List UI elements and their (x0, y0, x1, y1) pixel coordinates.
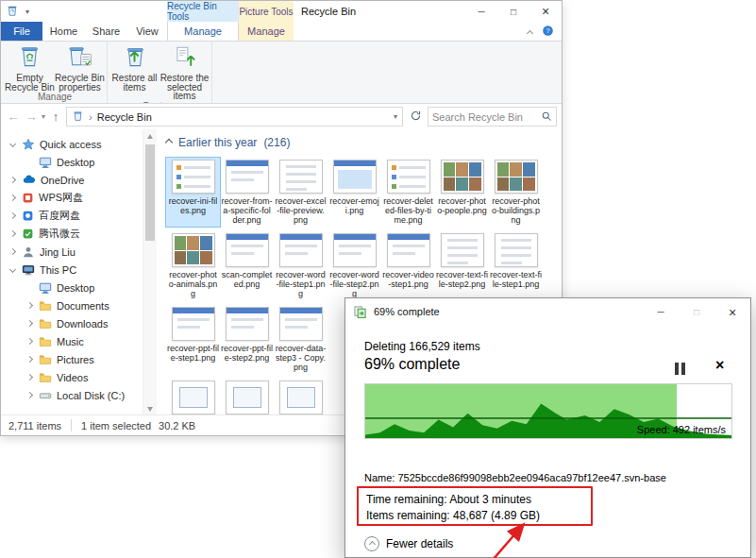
search-box (428, 107, 557, 127)
file-item-recover-text-file-step1-png[interactable]: recover-text-file-step1.png (489, 231, 543, 300)
expander-icon[interactable] (8, 195, 17, 200)
forward-icon[interactable]: → (24, 110, 39, 123)
file-name: scan-completed.png (221, 270, 273, 289)
ribbon-group-manage: Empty Recycle BinRecycle Bin propertiesM… (3, 42, 108, 103)
tab-file[interactable]: File (1, 22, 42, 41)
sidebar-scrollbar[interactable] (143, 129, 157, 416)
ribbon-button-label: Restore the selected items (160, 74, 210, 101)
file-item-recover-photo-buildings-png[interactable]: recover-photo-buildings.png (489, 158, 543, 227)
empty-recycle-bin-button[interactable]: Empty Recycle Bin (5, 42, 55, 92)
expander-icon[interactable] (8, 249, 17, 254)
search-icon[interactable] (541, 109, 552, 126)
minimize-button[interactable]: ─ (465, 1, 497, 22)
tab-home[interactable]: Home (42, 22, 85, 41)
expander-icon[interactable] (25, 303, 34, 308)
breadcrumb-location[interactable]: Recycle Bin (97, 111, 152, 123)
file-item-recover-office-file-step1-png[interactable]: recover-office-file-step1.png (166, 379, 220, 416)
expander-icon[interactable] (25, 321, 34, 326)
expander-icon[interactable] (25, 339, 34, 344)
folder-icon (39, 299, 52, 313)
fewer-details-toggle[interactable]: Fewer details (364, 536, 453, 551)
tab-manage-picture-tools[interactable]: Manage (239, 22, 294, 41)
restore-selected-items-button[interactable]: Restore the selected items (160, 42, 210, 101)
up-icon[interactable]: ↑ (48, 110, 63, 123)
sidebar-item-quick-access[interactable]: Quick access (1, 135, 143, 153)
expander-icon[interactable] (8, 213, 17, 218)
file-item-recover-text-file-step2-png[interactable]: recover-text-file-step2.png (435, 231, 489, 300)
file-item-recover-emoji-png[interactable]: recover-emoji.png (328, 158, 381, 227)
file-item-recover-deleted-files-by-time-png[interactable]: recover-deleted-files-by-time.png (381, 158, 435, 227)
recent-locations-caret-icon[interactable]: ▾ (42, 112, 45, 121)
file-name: recover-ppt-file-step2.png (221, 344, 273, 363)
sidebar-item-label: Music (57, 336, 84, 347)
restore-all-items-button[interactable]: Restore all items (109, 42, 160, 101)
close-button[interactable]: × (529, 1, 562, 22)
sidebar-item-label: 腾讯微云 (39, 227, 80, 241)
sidebar-item-4[interactable]: 百度网盘 (1, 207, 143, 225)
dialog-close-button[interactable]: × (714, 298, 750, 326)
file-item-recover-data-step3-copy-png[interactable]: recover-data-step3 - Copy.png (274, 305, 328, 374)
sidebar-item-pictures[interactable]: Pictures (1, 350, 143, 368)
expander-icon[interactable] (8, 178, 17, 182)
cancel-operation-button[interactable]: × (715, 357, 724, 374)
refresh-icon[interactable] (406, 109, 425, 126)
chevron-up-circle-icon (364, 536, 379, 551)
group-collapse-icon[interactable] (165, 139, 173, 146)
scrollbar-thumb[interactable] (145, 144, 155, 241)
sidebar-item-documents[interactable]: Documents (1, 296, 143, 314)
file-item-recover-ppt-file-step2-png[interactable]: recover-ppt-file-step2.png (220, 305, 274, 374)
help-icon[interactable]: ? (542, 25, 554, 39)
expander-icon[interactable] (25, 393, 34, 397)
group-count: (216) (263, 136, 290, 149)
sidebar-item-music[interactable]: Music (1, 332, 143, 350)
file-item-recover-external-device-step2-png[interactable]: recover-external-device-step2.png (274, 379, 328, 416)
file-item-recover-video-step1-png[interactable]: recover-video-step1.png (381, 231, 435, 300)
contextual-header-picture-tools: Picture Tools (239, 1, 294, 22)
sidebar-item-desktop[interactable]: Desktop (1, 279, 143, 296)
file-item-scan-completed-png[interactable]: scan-completed.png (220, 231, 274, 300)
expander-icon[interactable] (8, 142, 17, 146)
file-item-recover-from-a-specific-folder-png[interactable]: recover-from-a-specific-folder.png (220, 158, 274, 227)
file-item-recover-ppt-file-step1-png[interactable]: recover-ppt-file-step1.png (166, 305, 220, 374)
tab-view[interactable]: View (127, 22, 167, 41)
file-item-recover-photo-animals-png[interactable]: recover-photo-animals.png (166, 231, 220, 300)
dialog-minimize-button[interactable]: ─ (643, 298, 679, 326)
file-item-recover-ini-files-png[interactable]: recover-ini-files.png (166, 158, 220, 227)
expander-icon[interactable] (8, 231, 17, 236)
breadcrumb-chevron-icon[interactable]: › (89, 111, 92, 123)
expander-icon[interactable] (25, 375, 34, 380)
sidebar-item-desktop[interactable]: Desktop (1, 153, 143, 171)
dialog-title: 69% complete (374, 306, 440, 317)
tab-share[interactable]: Share (85, 22, 127, 41)
maximize-button[interactable]: □ (497, 1, 529, 22)
scroll-up-icon[interactable] (147, 134, 153, 139)
sidebar-item-this-pc[interactable]: This PC (1, 261, 143, 279)
search-input[interactable] (432, 111, 541, 123)
file-item-recover-word-file-step2-png[interactable]: recover-word-file-step2.png (328, 231, 381, 300)
breadcrumb[interactable]: › Recycle Bin ▾ (66, 107, 403, 127)
address-dropdown-caret-icon[interactable]: ▾ (394, 112, 397, 121)
pc-icon (22, 263, 35, 277)
sidebar-item-5[interactable]: 腾讯微云 (1, 225, 143, 243)
pause-button[interactable] (675, 363, 685, 375)
file-item-recover-word-file-step1-png[interactable]: recover-word-file-step1.png (274, 231, 328, 300)
file-row: recover-ini-files.pngrecover-from-a-spec… (166, 158, 562, 227)
scroll-down-icon[interactable] (147, 407, 153, 412)
tab-manage-recycle-bin-tools[interactable]: Manage (167, 22, 239, 41)
file-item-recover-external-device-step3-png[interactable]: recover-external-device-step3.png (220, 379, 274, 416)
sidebar-item-onedrive[interactable]: OneDrive (1, 171, 143, 189)
sidebar-item-wps[interactable]: WPS网盘 (1, 189, 143, 207)
quick-access-toolbar-caret-icon[interactable]: ▾ (25, 8, 29, 16)
sidebar-item-downloads[interactable]: Downloads (1, 314, 143, 332)
file-item-recover-excel-file-preview-png[interactable]: recover-excel-file-preview.png (274, 158, 328, 227)
back-icon[interactable]: ← (6, 110, 21, 123)
expander-icon[interactable] (25, 357, 34, 362)
expander-icon[interactable] (8, 267, 17, 272)
collapse-ribbon-icon[interactable] (528, 26, 532, 38)
group-header[interactable]: Earlier this year (216) (166, 136, 562, 149)
sidebar-item-jing-liu[interactable]: Jing Liu (1, 243, 143, 261)
file-item-recover-photo-people-png[interactable]: recover-photo-people.png (435, 158, 489, 227)
sidebar-item-local-disk-c[interactable]: Local Disk (C:) (1, 386, 143, 404)
sidebar-item-videos[interactable]: Videos (1, 368, 143, 386)
recycle-bin-properties-button[interactable]: Recycle Bin properties (55, 42, 105, 92)
